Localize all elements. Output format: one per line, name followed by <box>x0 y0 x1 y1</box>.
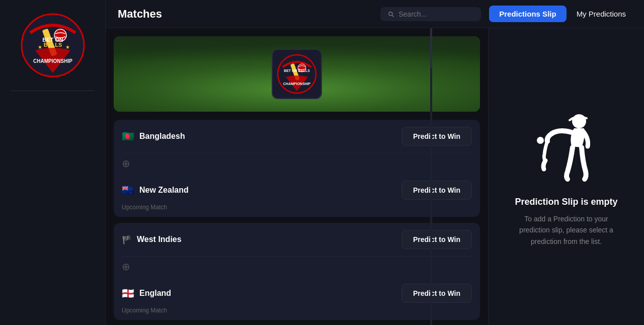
team-flag-nz: 🇳🇿 <box>122 184 134 196</box>
team-name-wi: West Indies <box>137 235 401 244</box>
predictions-slip-button[interactable]: Predictions Slip <box>489 6 566 22</box>
sidebar: CHAMPIONSHIP ★ ★ BET ON BALLS <box>0 0 106 325</box>
match-card-1: 🇧🇩 Bangladesh Predict to Win ⊕ 🇳🇿 New Ze… <box>114 120 480 217</box>
page-title: Matches <box>118 8 380 21</box>
sidebar-divider <box>11 91 95 91</box>
svg-text:CHAMPIONSHIP: CHAMPIONSHIP <box>33 58 72 64</box>
main-content: Matches Predictions Slip My Predictions <box>106 0 644 325</box>
upcoming-label-2: Upcoming Match <box>122 305 472 320</box>
scrollbar-thumb[interactable] <box>430 28 432 68</box>
svg-text:★: ★ <box>65 44 70 50</box>
banner-logo: CHAMPIONSHIP BET ON BALLS <box>272 49 322 99</box>
search-icon <box>387 10 394 18</box>
predict-button-bangladesh[interactable]: Predict to Win <box>401 127 472 146</box>
team-flag-eng1: 🏴󠁧󠁢󠁥󠁮󠁧󠁿 <box>122 287 134 299</box>
team-name-nz: New Zealand <box>139 186 401 195</box>
right-panel: Prediction Slip is empty To add a Predic… <box>488 28 644 325</box>
vs-dot-1: ⊕ <box>122 153 472 174</box>
content-area: CHAMPIONSHIP BET ON BALLS 🇧🇩 Bangladesh … <box>106 28 644 325</box>
svg-text:BALLS: BALLS <box>43 42 62 48</box>
match-row: 🇧🇩 Bangladesh Predict to Win <box>122 120 472 153</box>
search-input[interactable] <box>398 10 474 18</box>
banner: CHAMPIONSHIP BET ON BALLS <box>114 36 480 112</box>
logo: CHAMPIONSHIP ★ ★ BET ON BALLS <box>18 10 88 80</box>
upcoming-label-1: Upcoming Match <box>122 202 472 217</box>
cricket-silhouette-icon <box>531 106 602 187</box>
logo-icon: CHAMPIONSHIP ★ ★ BET ON BALLS <box>20 13 86 78</box>
team-flag-wi: 🏴 <box>122 235 132 245</box>
predict-button-nz[interactable]: Predict to Win <box>401 181 472 200</box>
match-row-nz: 🇳🇿 New Zealand Predict to Win <box>122 174 472 202</box>
svg-text:CHAMPIONSHIP: CHAMPIONSHIP <box>283 82 311 86</box>
svg-text:BET ON BALLS: BET ON BALLS <box>284 69 310 72</box>
team-name-bangladesh: Bangladesh <box>139 132 401 141</box>
svg-point-15 <box>537 137 544 144</box>
predict-button-wi[interactable]: Predict to Win <box>401 230 472 249</box>
my-predictions-button[interactable]: My Predictions <box>571 6 632 22</box>
svg-text:★: ★ <box>38 44 42 50</box>
banner-logo-icon: CHAMPIONSHIP BET ON BALLS <box>277 54 317 94</box>
prediction-slip-empty-subtitle: To add a Prediction to your prediction s… <box>509 213 624 247</box>
prediction-slip-empty-title: Prediction Slip is empty <box>515 197 617 207</box>
svg-line-17 <box>570 118 573 120</box>
team-name-eng1: England <box>139 289 401 298</box>
match-row-eng1: 🏴󠁧󠁢󠁥󠁮󠁧󠁿 England Predict to Win <box>122 277 472 305</box>
vs-dot-2: ⊕ <box>122 257 472 277</box>
topbar: Matches Predictions Slip My Predictions <box>106 0 644 28</box>
predict-button-eng1[interactable]: Predict to Win <box>401 284 472 303</box>
match-row-wi: 🏴 West Indies Predict to Win <box>122 223 472 257</box>
team-flag-bangladesh: 🇧🇩 <box>122 130 134 142</box>
scrollbar-track <box>430 28 432 325</box>
match-card-2: 🏴 West Indies Predict to Win ⊕ 🏴󠁧󠁢󠁥󠁮󠁧󠁿 E… <box>114 223 480 320</box>
topbar-right: Predictions Slip My Predictions <box>489 6 632 22</box>
search-wrapper <box>380 7 481 21</box>
